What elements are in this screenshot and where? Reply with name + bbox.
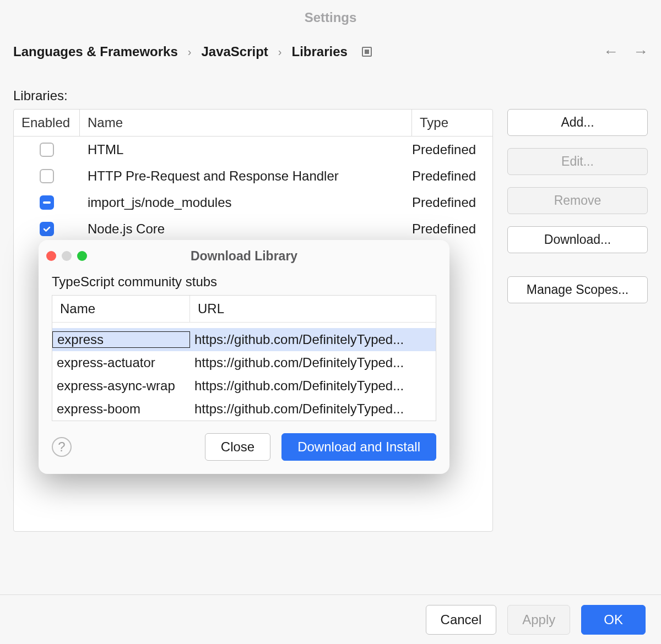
stub-url: https://github.com/DefinitelyTyped...: [190, 332, 436, 347]
cancel-button[interactable]: Cancel: [426, 605, 497, 635]
dialog-footer: Cancel Apply OK: [0, 594, 661, 644]
stub-name: express-boom: [52, 401, 190, 417]
section-label: Libraries:: [13, 88, 648, 103]
checkbox-indeterminate[interactable]: [40, 195, 54, 210]
download-install-button[interactable]: Download and Install: [281, 433, 436, 461]
library-name: Node.js Core: [80, 221, 412, 237]
remove-button: Remove: [507, 187, 648, 214]
manage-scopes-button[interactable]: Manage Scopes...: [507, 276, 648, 303]
library-type: Predefined: [412, 168, 492, 184]
close-button[interactable]: Close: [205, 433, 270, 461]
column-header-name[interactable]: Name: [80, 110, 412, 136]
window-title: Settings: [0, 10, 661, 25]
breadcrumb: Languages & Frameworks › JavaScript › Li…: [13, 44, 648, 59]
stub-name: express-actuator: [52, 355, 190, 370]
library-type: Predefined: [412, 195, 492, 210]
edit-button: Edit...: [507, 148, 648, 175]
apply-button: Apply: [507, 605, 570, 635]
column-header-type[interactable]: Type: [412, 110, 492, 136]
library-name: HTTP Pre-Request and Response Handler: [80, 168, 412, 184]
checkbox[interactable]: [40, 169, 54, 183]
library-type: Predefined: [412, 142, 492, 157]
table-row[interactable]: HTTP Pre-Request and Response Handler Pr…: [14, 163, 492, 189]
table-row[interactable]: import_js/node_modules Predefined: [14, 189, 492, 216]
table-row[interactable]: Node.js Core Predefined: [14, 216, 492, 242]
library-name: HTML: [80, 142, 412, 157]
add-button[interactable]: Add...: [507, 109, 648, 136]
ok-button[interactable]: OK: [581, 605, 646, 635]
library-name: import_js/node_modules: [80, 195, 412, 210]
breadcrumb-item[interactable]: JavaScript: [201, 44, 268, 59]
dialog-title: Download Library: [39, 249, 449, 264]
column-header-url[interactable]: URL: [190, 296, 436, 322]
back-arrow-icon[interactable]: ←: [604, 45, 618, 59]
checkbox[interactable]: [40, 143, 54, 157]
breadcrumb-item[interactable]: Libraries: [292, 44, 348, 59]
stubs-table: Name URL express https://github.com/Defi…: [52, 295, 436, 421]
stub-url: https://github.com/DefinitelyTyped...: [190, 355, 436, 370]
chevron-right-icon: ›: [188, 46, 192, 58]
help-icon[interactable]: ?: [52, 437, 72, 457]
download-library-dialog: Download Library TypeScript community st…: [39, 240, 449, 474]
dialog-subtitle: TypeScript community stubs: [39, 270, 449, 295]
stub-name: express-async-wrap: [52, 378, 190, 394]
table-row[interactable]: express-actuator https://github.com/Defi…: [52, 351, 436, 374]
table-row[interactable]: express-async-wrap https://github.com/De…: [52, 374, 436, 397]
breadcrumb-item[interactable]: Languages & Frameworks: [13, 44, 178, 59]
table-row[interactable]: HTML Predefined: [14, 137, 492, 163]
column-header-enabled[interactable]: Enabled: [14, 110, 80, 136]
table-row[interactable]: express https://github.com/DefinitelyTyp…: [52, 328, 436, 351]
checkbox-checked[interactable]: [40, 222, 54, 236]
scope-icon: [362, 47, 372, 57]
stub-url: https://github.com/DefinitelyTyped...: [190, 401, 436, 417]
stub-url: https://github.com/DefinitelyTyped...: [190, 378, 436, 394]
stub-name: express: [52, 331, 190, 348]
table-row[interactable]: express-boom https://github.com/Definite…: [52, 397, 436, 421]
column-header-name[interactable]: Name: [52, 296, 190, 322]
library-type: Predefined: [412, 221, 492, 237]
download-button[interactable]: Download...: [507, 226, 648, 253]
chevron-right-icon: ›: [278, 46, 282, 58]
table-row[interactable]: [52, 323, 436, 328]
forward-arrow-icon[interactable]: →: [633, 45, 648, 59]
